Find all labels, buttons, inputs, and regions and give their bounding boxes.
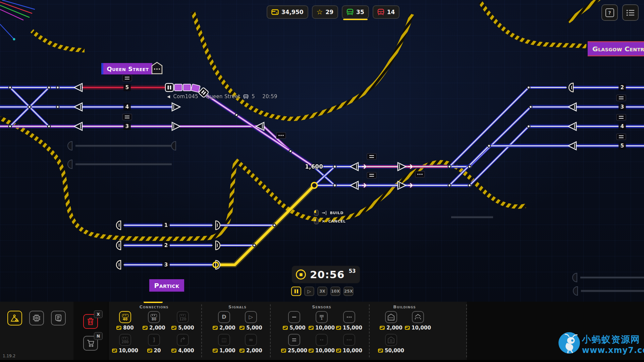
shop-item-track-120[interactable]: 120 5,000 (171, 311, 194, 331)
sensor-stop (616, 114, 626, 120)
signal-left (74, 103, 82, 111)
station-building-icon[interactable] (151, 62, 163, 74)
train-id: Com1045 (173, 94, 199, 100)
clock-time: 20:56 (310, 268, 345, 281)
signal-left (74, 122, 82, 130)
cancel-x-icon: × (322, 219, 325, 224)
pause-icon (294, 289, 298, 293)
shop-item-double-sensor[interactable]: 25,000 (281, 334, 307, 354)
shop-item-stop-sensor[interactable]: 1 10,000 (309, 311, 335, 331)
running-trains-value: 35 (356, 9, 364, 15)
track-map[interactable]: 5 4 3 1 2 3 2 3 4 5 1,600 (0, 0, 644, 304)
play-icon: ▷ (308, 289, 311, 294)
shop-item-chain-signal[interactable]: ∞ 2,000 (239, 334, 262, 354)
signal-left (74, 83, 82, 92)
station-label-queen-street[interactable]: Queen Street (101, 63, 152, 74)
wallet-icon (281, 349, 286, 353)
track-icon (151, 314, 157, 317)
sensor-stop (367, 172, 376, 178)
wallet-icon (147, 349, 152, 353)
section-buildings: Buildings 2,000 10,000 50,000 (378, 302, 431, 354)
depot-icon (387, 336, 395, 344)
sensor-dots (276, 132, 286, 138)
shop-item-bumper[interactable]: ] 20 (147, 334, 161, 354)
running-trains-counter[interactable]: 35 (342, 5, 369, 19)
help-button[interactable]: ? (601, 4, 618, 21)
watermark-url: www.xmy7.com (582, 346, 644, 355)
wallet-icon (239, 326, 245, 330)
clock-seconds: 53 (349, 268, 356, 274)
shop-item-platform[interactable]: 10,000 (405, 311, 431, 331)
svg-text:5: 5 (621, 143, 624, 149)
wallet-icon (171, 349, 176, 353)
station-label-glasgow-central[interactable]: Glasgow Central (588, 41, 644, 56)
wallet-icon (143, 326, 148, 330)
wallet-icon (239, 349, 245, 353)
train-icon (243, 95, 249, 99)
cart-icon (87, 339, 95, 347)
chip-icon (32, 314, 41, 322)
schedule-button[interactable] (622, 4, 639, 21)
shop-item-two-dot-sensor[interactable]: 10,000 (309, 334, 335, 354)
wait-sensor-icon (346, 314, 353, 320)
hint-cancel: × CANCEL (314, 218, 346, 224)
section-sensors: Sensors 5,000 1 10,000 15,000 25,000 (280, 302, 363, 354)
svg-text:2: 2 (164, 242, 168, 248)
mouse-hints: →| BUILD × CANCEL (314, 210, 346, 224)
wallet-icon (380, 326, 385, 330)
watermark: 小蚂蚁资源网 www.xmy7.com (558, 332, 644, 355)
shop-item-signal[interactable]: D 2,000 (213, 311, 235, 331)
shop-item-wait-sensor[interactable]: 15,000 (336, 311, 362, 331)
svg-text:1: 1 (164, 222, 168, 228)
waiting-trains-counter[interactable]: 14 (373, 5, 400, 19)
wallet-icon (336, 326, 341, 330)
signal-left (568, 122, 576, 130)
shop-item-station[interactable]: 2,000 (380, 311, 402, 331)
money-counter: 34,950 (267, 5, 308, 19)
section-title: Connections (111, 304, 197, 309)
wallet-icon (336, 349, 341, 353)
watermark-name: 小蚂蚁资源网 (582, 334, 644, 346)
book-icon (54, 314, 62, 322)
build-mode-button[interactable] (7, 311, 22, 325)
list-icon (627, 9, 635, 16)
auto-signal-icon: ▷ (249, 314, 253, 320)
score-counter: ☆ 29 (312, 5, 338, 19)
station-label-partick[interactable]: Partick (149, 279, 184, 292)
hint-cancel-label: CANCEL (328, 219, 346, 224)
wallet-icon (271, 9, 279, 15)
ant-logo (558, 332, 580, 354)
pause-button[interactable] (291, 287, 301, 296)
shop-item-track-80[interactable]: 80 2,000 (143, 311, 165, 331)
shop-item-gate[interactable]: ◫ 1,000 (213, 334, 235, 354)
logic-mode-button[interactable] (29, 311, 44, 325)
signal-icon: D (222, 314, 226, 320)
trash-icon (87, 317, 94, 325)
speed-10x-button[interactable]: 10X (330, 287, 340, 296)
shop-item-depot[interactable]: 50,000 (378, 334, 404, 354)
wallet-icon (116, 326, 121, 330)
play-button[interactable]: ▷ (304, 287, 314, 296)
signal-left (350, 181, 358, 189)
map-edge-lines (0, 0, 35, 41)
wallet-icon (309, 349, 314, 353)
speed-25x-button[interactable]: 25X (343, 287, 354, 296)
shop-item-sensor[interactable]: 5,000 (283, 311, 305, 331)
speed-3x-button[interactable]: 3X (317, 287, 327, 296)
shop-item-track-40[interactable]: 40 800 (116, 311, 133, 331)
contracts-mode-button[interactable] (51, 311, 66, 325)
section-title: Buildings (378, 304, 431, 309)
section-title: Sensors (280, 304, 363, 309)
section-signals: Signals D 2,000 ▷ 5,000 ◫ 1,000 ∞ 2,000 (211, 302, 264, 354)
shop-item-three-dot-sensor[interactable]: 10,000 (336, 334, 362, 354)
wallet-icon (112, 349, 117, 353)
train-destination: Queen Street (206, 94, 240, 100)
sensor-stop (616, 95, 626, 101)
shop-item-track-200[interactable]: 200 10,000 (112, 334, 138, 354)
shop-item-curve[interactable]: 4,000 (171, 334, 194, 354)
sensor-stop (616, 134, 626, 140)
hint-build: →| BUILD (314, 210, 346, 216)
shop-item-auto-signal[interactable]: ▷ 5,000 (239, 311, 262, 331)
train-info[interactable]: ◀ Com1045 Queen Street 5 20:59 (167, 94, 277, 100)
wallet-icon (378, 349, 383, 353)
